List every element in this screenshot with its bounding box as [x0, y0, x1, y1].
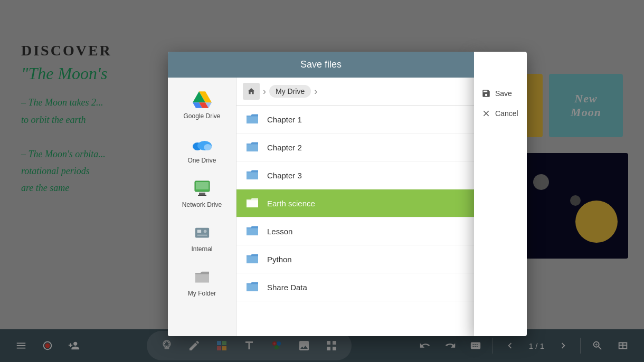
- svg-rect-15: [197, 235, 207, 236]
- folder-icon-lesson: [245, 224, 260, 239]
- folder-icon-chapter3: [245, 168, 260, 183]
- dialog-side-actions: Save Cancel: [474, 52, 527, 336]
- myfolder-label: My Folder: [188, 290, 216, 297]
- onedrive-label: One Drive: [187, 157, 216, 164]
- file-name-python: Python: [267, 255, 292, 264]
- nav-breadcrumb-arrow: ›: [263, 86, 266, 97]
- file-name-earthscience: Earth science: [267, 199, 315, 208]
- internal-icon: [193, 223, 212, 242]
- file-item-chapter2[interactable]: Chapter 2: [236, 134, 474, 161]
- file-list: Chapter 1 Chapter 2: [236, 106, 474, 336]
- netdrive-icon: [193, 179, 212, 198]
- file-name-sharedata: Share Data: [267, 283, 307, 292]
- onedrive-icon: [193, 135, 212, 154]
- svg-rect-11: [198, 195, 206, 196]
- nav-home-button[interactable]: [243, 83, 260, 100]
- myfolder-icon: [193, 268, 212, 287]
- svg-point-14: [203, 230, 206, 233]
- file-item-earthscience[interactable]: Earth science: [236, 189, 474, 217]
- file-item-chapter1[interactable]: Chapter 1: [236, 106, 474, 134]
- drive-item-internal[interactable]: Internal: [168, 216, 236, 260]
- folder-icon-python: [245, 252, 260, 266]
- file-item-chapter3[interactable]: Chapter 3: [236, 161, 474, 189]
- folder-icon-chapter2: [245, 140, 260, 155]
- drive-item-network[interactable]: Network Drive: [168, 172, 236, 216]
- cancel-button[interactable]: Cancel: [474, 103, 527, 123]
- files-panel: › My Drive › Chapter 1: [236, 78, 474, 336]
- cancel-label: Cancel: [495, 109, 518, 118]
- save-files-dialog: Save files Google: [168, 52, 474, 336]
- folder-icon-chapter1: [245, 112, 260, 127]
- save-button[interactable]: Save: [474, 83, 527, 103]
- file-name-chapter2: Chapter 2: [267, 143, 302, 152]
- file-item-lesson[interactable]: Lesson: [236, 217, 474, 245]
- google-drive-label: Google Drive: [183, 112, 220, 120]
- file-name-chapter1: Chapter 1: [267, 115, 302, 124]
- svg-rect-9: [196, 182, 209, 189]
- nav-path-chip[interactable]: My Drive: [269, 85, 311, 98]
- dialog-body: Google Drive One Drive: [168, 78, 474, 336]
- svg-point-7: [204, 144, 212, 150]
- folder-icon-sharedata: [245, 280, 260, 294]
- drive-item-myfolder[interactable]: My Folder: [168, 260, 236, 304]
- google-drive-icon: [193, 90, 212, 109]
- file-name-lesson: Lesson: [267, 227, 292, 236]
- dialog-container: Save files Google: [168, 52, 527, 336]
- svg-rect-13: [197, 230, 201, 233]
- drives-panel: Google Drive One Drive: [168, 78, 236, 336]
- nav-bar: › My Drive ›: [236, 78, 474, 106]
- svg-rect-10: [199, 193, 205, 195]
- save-label: Save: [495, 89, 512, 98]
- folder-icon-earthscience: [245, 196, 260, 211]
- file-item-sharedata[interactable]: Share Data: [236, 273, 474, 301]
- file-name-chapter3: Chapter 3: [267, 171, 302, 180]
- file-item-python[interactable]: Python: [236, 245, 474, 273]
- drive-item-google[interactable]: Google Drive: [168, 83, 236, 127]
- nav-forward-arrow: ›: [314, 86, 317, 97]
- internal-label: Internal: [191, 245, 212, 253]
- dialog-header: Save files: [168, 52, 474, 78]
- netdrive-label: Network Drive: [182, 201, 222, 208]
- dialog-title: Save files: [300, 59, 342, 70]
- drive-item-onedrive[interactable]: One Drive: [168, 127, 236, 172]
